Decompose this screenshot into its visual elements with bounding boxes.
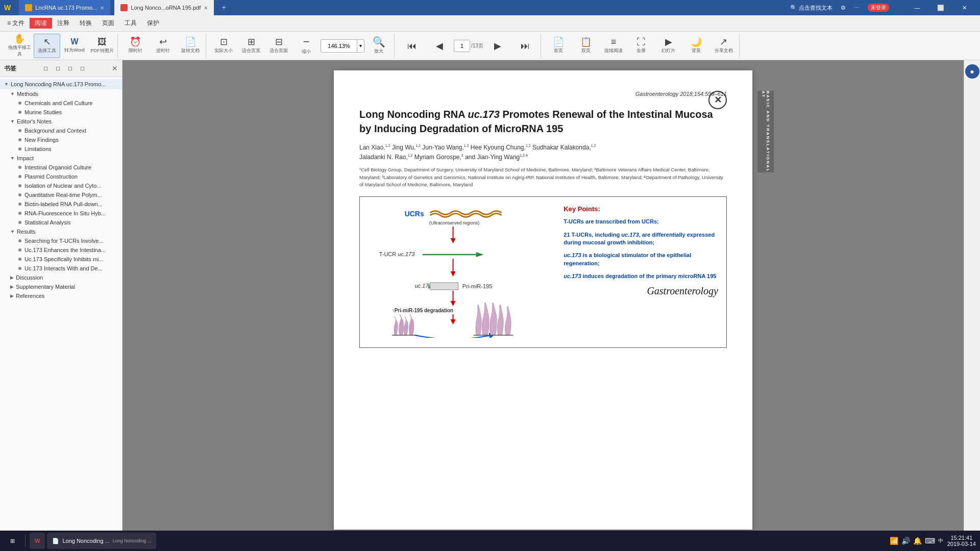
outline-methods[interactable]: ▼ Methods — [0, 89, 122, 98]
outline-impact[interactable]: ▼ Impact — [0, 154, 122, 163]
img-tool-button[interactable]: 🖼 PDF转图片 — [89, 34, 115, 58]
network-icon[interactable]: 📶 — [890, 537, 898, 545]
zoom-selector[interactable]: ▾ — [321, 39, 364, 53]
outline-isolation[interactable]: Isolation of Nuclear and Cyto... — [0, 181, 122, 190]
rna-fish-bullet — [18, 212, 21, 215]
outline-background[interactable]: Background and Context — [0, 126, 122, 135]
single-page-button[interactable]: 📄 首页 — [545, 34, 572, 58]
word-tool-button[interactable]: W 转为Word — [61, 34, 88, 58]
sound-icon[interactable]: 🔊 — [901, 537, 910, 545]
outline-results[interactable]: ▼ Results — [0, 227, 122, 236]
sidebar-icon-2[interactable]: □ — [53, 63, 63, 73]
system-tray: 📶 🔊 🔔 ⌨ 中 — [890, 537, 943, 545]
impact-expand-icon: ▼ — [10, 156, 15, 161]
minimize-button[interactable]: — — [905, 0, 929, 15]
notification-icon[interactable]: 🔔 — [913, 537, 922, 545]
keyboard-icon[interactable]: ⌨ — [925, 537, 935, 545]
tab-pptx-close[interactable]: ✕ — [100, 5, 104, 11]
search-text-button[interactable]: 🔍 点击查找文本 — [790, 4, 832, 12]
outline-root-item[interactable]: ▼ Long Noncoding RNA uc.173 Promo... — [0, 79, 122, 89]
clockwise-button[interactable]: ⏰ 限时针 — [122, 34, 149, 58]
diagram-svg: UCRs (Ultraconserved regions) T-UCR uc.1… — [368, 205, 553, 338]
sidebar-icon-4[interactable]: □ — [78, 63, 88, 73]
outline-biotin[interactable]: Biotin-labeled RNA Pull-down... — [0, 199, 122, 209]
slideshow-button[interactable]: ▶ 幻灯片 — [655, 34, 682, 58]
share-button[interactable]: ↗ 分享文档 — [710, 34, 737, 58]
outline-uc173-interacts[interactable]: Uc.173 Interacts With and De... — [0, 264, 122, 273]
more-icon[interactable]: ⋯ — [854, 5, 860, 11]
tab-pdf[interactable]: Long Nonco...oRNA 195.pdf ✕ — [114, 0, 214, 15]
title-bar: W LncRNA uc.173 Promo... ✕ Long Nonco...… — [0, 0, 980, 15]
continuous-button[interactable]: ≡ 连续阅读 — [600, 34, 627, 58]
outline-intestinal[interactable]: Intestinal Organoid Culture — [0, 163, 122, 172]
page-number-input[interactable] — [454, 40, 470, 52]
zoom-input[interactable] — [321, 43, 357, 49]
svg-text:T-UCR uc.173: T-UCR uc.173 — [379, 251, 415, 257]
zoom-dropdown-arrow[interactable]: ▾ — [357, 40, 364, 52]
outline-supplementary[interactable]: ▶ Supplementary Material — [0, 282, 122, 291]
sidebar-close-button[interactable]: ✕ — [112, 64, 118, 72]
zoom-in-button[interactable]: 🔍 放大 — [365, 34, 392, 58]
fullscreen-button[interactable]: ⛶ 全屏 — [628, 34, 654, 58]
outline-rna-fish[interactable]: RNA-Fluorescence In Situ Hyb... — [0, 209, 122, 218]
outline-searching[interactable]: Searching for T-UCRs Involve... — [0, 236, 122, 245]
start-button[interactable]: ⊞ — [4, 533, 21, 549]
rotate-doc-button[interactable]: 📄 旋转文档 — [177, 34, 204, 58]
menu-read[interactable]: 阅读 — [30, 18, 52, 29]
taskbar-doc[interactable]: 📄 Long Noncoding ... Long Noncoding ... — [47, 533, 156, 549]
ucrs-label: UCRs — [405, 210, 424, 218]
login-badge[interactable]: 未登录 — [868, 4, 889, 12]
sidebar-icon-1[interactable]: □ — [41, 63, 51, 73]
menu-protect[interactable]: 保护 — [142, 17, 164, 30]
right-panel-active-btn[interactable]: ● — [965, 64, 979, 79]
drag-tool-button[interactable]: ✋ 拖拽平移工具 — [6, 34, 33, 58]
outline-statistical[interactable]: Statistical Analysis — [0, 218, 122, 227]
select-tool-button[interactable]: ↖ 选择工具 — [34, 34, 60, 58]
outline-quantitative[interactable]: Quantitative Real-time Polym... — [0, 190, 122, 199]
slideshow-icon: ▶ — [665, 37, 672, 46]
input-mode[interactable]: 中 — [938, 537, 943, 544]
close-button[interactable]: ✕ — [952, 0, 976, 15]
word-icon: W — [70, 38, 78, 46]
outline-editors-notes[interactable]: ▼ Editor's Notes — [0, 117, 122, 126]
settings-icon[interactable]: ⚙ — [841, 5, 846, 11]
counter-clockwise-button[interactable]: ↩ 逆时针 — [150, 34, 176, 58]
tab-pptx[interactable]: LncRNA uc.173 Promo... ✕ — [19, 0, 110, 15]
main-area: 书签 □ □ □ □ ✕ ▼ Long Noncoding RNA uc.173… — [0, 60, 980, 537]
zoom-out-button[interactable]: − 缩小 — [293, 34, 320, 58]
continuous-icon: ≡ — [611, 37, 617, 46]
menu-file[interactable]: ≡ 文件 — [2, 17, 30, 30]
tab-pdf-close[interactable]: ✕ — [204, 5, 208, 11]
outline-limitations[interactable]: Limitations — [0, 144, 122, 154]
maximize-button[interactable]: ⬜ — [929, 0, 952, 15]
fit-page-button[interactable]: ⊟ 适合页面 — [265, 34, 292, 58]
outline-discussion[interactable]: ▶ Discussion — [0, 273, 122, 282]
drag-icon: ✋ — [14, 34, 25, 43]
night-mode-icon: 🌙 — [691, 37, 702, 46]
last-page-button[interactable]: ⏭ — [512, 34, 538, 58]
actual-size-button[interactable]: ⊡ 实际大小 — [210, 34, 237, 58]
outline-chemicals[interactable]: Chemicals and Cell Culture — [0, 98, 122, 108]
outline-plasmid[interactable]: Plasmid Construction — [0, 172, 122, 181]
first-page-button[interactable]: ⏮ — [399, 34, 425, 58]
outline-new-findings[interactable]: New Findings — [0, 135, 122, 144]
menu-tools[interactable]: 工具 — [119, 17, 142, 30]
fit-width-button[interactable]: ⊞ 适合页宽 — [238, 34, 264, 58]
menu-convert[interactable]: 转换 — [75, 17, 97, 30]
add-tab-button[interactable]: + — [218, 2, 230, 13]
outline-uc173-enhances[interactable]: Uc.173 Enhances the Intestina... — [0, 245, 122, 255]
next-page-button[interactable]: ▶ — [484, 34, 511, 58]
outline-uc173-inhibits[interactable]: Uc.173 Specifically Inhibits mi... — [0, 255, 122, 264]
sidebar-icon-3[interactable]: □ — [65, 63, 76, 73]
next-page-icon: ▶ — [494, 41, 501, 51]
double-page-button[interactable]: 📋 双页 — [573, 34, 599, 58]
menu-page[interactable]: 页面 — [97, 17, 119, 30]
prev-page-button[interactable]: ◀ — [426, 34, 453, 58]
menu-annotate[interactable]: 注释 — [52, 17, 75, 30]
key-point-1: T-UCRs are transcribed from UCRs; — [564, 218, 718, 226]
pdf-content-area[interactable]: ✕ Gastroenterology 2018;154:599–611 Long… — [122, 60, 964, 537]
taskbar-wps[interactable]: W — [30, 533, 45, 549]
outline-murine[interactable]: Murine Studies — [0, 108, 122, 117]
outline-references[interactable]: ▶ References — [0, 291, 122, 300]
night-mode-button[interactable]: 🌙 背景 — [683, 34, 709, 58]
